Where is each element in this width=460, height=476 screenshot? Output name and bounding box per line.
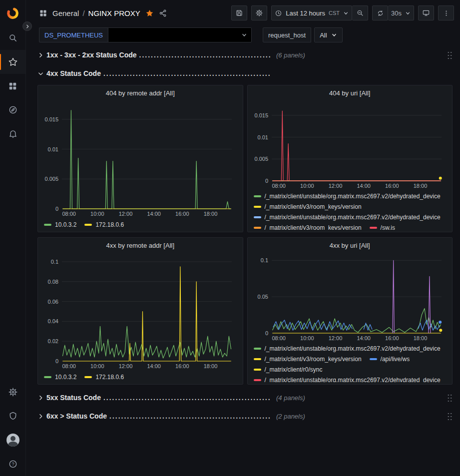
panel-title[interactable]: 404 by uri [All]	[252, 87, 449, 99]
refresh-button[interactable]	[372, 5, 388, 20]
row-title: 6xx > Status Code	[46, 412, 107, 420]
sidebar-expand-button[interactable]	[22, 21, 32, 31]
sidebar-item-server-admin[interactable]	[0, 404, 25, 428]
panel-404-by-uri: 404 by uri [All] 00.0050.010.01508:0010:…	[247, 85, 453, 232]
row-panel-count: (4 panels)	[276, 394, 305, 402]
series-label: /api/live/ws	[381, 356, 410, 363]
legend-item[interactable]: /_matrix/client/unstable/org.matrix.msc2…	[254, 375, 441, 382]
chevron-right-icon	[37, 395, 46, 401]
legend-item[interactable]: /_matrix/client/v3/room_keys/version	[254, 201, 362, 212]
sidebar-item-explore[interactable]	[0, 98, 25, 122]
panel-4xx-by-remote-addr: 4xx by remote addr [All] 00.020.040.060.…	[37, 237, 243, 385]
row-collapse-toggle[interactable]: 1xx - 3xx - 2xx Status Code.............…	[37, 51, 305, 59]
legend-item[interactable]: 10.0.3.2	[44, 219, 76, 230]
svg-text:0: 0	[265, 330, 268, 336]
svg-text:16:00: 16:00	[175, 211, 189, 217]
row-collapse-toggle[interactable]: 4xx Status Code.........................…	[37, 69, 276, 77]
refresh-interval-value: 30s	[391, 9, 402, 17]
row-drag-handle[interactable]	[447, 394, 453, 402]
chevron-down-icon	[241, 32, 247, 38]
breadcrumb-folder[interactable]: General	[52, 9, 79, 17]
svg-text:14:00: 14:00	[357, 335, 371, 341]
row-drag-handle[interactable]	[447, 51, 453, 59]
legend-item[interactable]: /_matrix/client/unstable/org.matrix.msc2…	[254, 191, 441, 201]
time-series-chart[interactable]: 00.0050.010.01508:0010:0012:0014:0016:00…	[252, 99, 449, 190]
sidebar-item-alerting[interactable]	[0, 122, 25, 146]
sidebar-item-help[interactable]: ?	[0, 452, 25, 476]
svg-text:0: 0	[55, 206, 58, 212]
share-icon[interactable]	[159, 9, 167, 17]
series-label: /_matrix/client/v3/room_keys/version	[265, 356, 362, 363]
row-panel-count: (2 panels)	[276, 413, 305, 420]
sidebar-item-starred[interactable]	[0, 50, 25, 74]
monitor-icon	[422, 9, 430, 17]
request-host-variable-label[interactable]: request_host	[263, 27, 311, 42]
row-title: 5xx Status Code	[46, 394, 101, 402]
grafana-logo[interactable]	[0, 0, 25, 26]
dashboard-title[interactable]: NGINX PROXY	[88, 9, 140, 17]
chevron-down-icon	[343, 10, 349, 16]
legend-item[interactable]: 172.18.0.6	[84, 219, 124, 230]
series-label: 10.0.3.2	[55, 221, 76, 228]
gear-icon	[8, 387, 18, 397]
series-color-swatch	[254, 206, 261, 208]
sidebar-item-profile[interactable]	[0, 428, 25, 452]
save-icon	[235, 9, 243, 17]
time-zone-label: CST	[329, 10, 340, 16]
series-color-swatch	[254, 379, 261, 381]
series-color-swatch	[370, 358, 377, 360]
svg-text:0.02: 0.02	[48, 338, 58, 344]
legend-item[interactable]: 172.18.0.6	[84, 372, 124, 382]
help-icon: ?	[8, 459, 18, 469]
tv-mode-button[interactable]	[418, 5, 434, 20]
save-dashboard-button[interactable]	[231, 5, 247, 20]
time-range-picker[interactable]: Last 12 hours CST	[271, 5, 352, 20]
dashboard-row-6xx: 6xx > Status Code.......................…	[37, 409, 453, 423]
favorite-star-icon[interactable]	[145, 9, 154, 17]
sidebar-item-search[interactable]	[0, 26, 25, 50]
dashboard-row-1xx-3xx-2xx: 1xx - 3xx - 2xx Status Code.............…	[37, 48, 453, 62]
legend-item[interactable]: /_matrix/client/v3/room_keys/version	[254, 354, 362, 364]
request-host-selected-value: All	[320, 31, 327, 39]
panel-title[interactable]: 404 by remote addr [All]	[42, 87, 239, 99]
zoom-out-button[interactable]	[352, 5, 368, 20]
series-color-swatch	[254, 358, 261, 360]
request-host-variable-value[interactable]: All	[314, 27, 342, 42]
datasource-variable-label[interactable]: DS_PROMETHEUS	[39, 27, 108, 42]
refresh-interval-dropdown[interactable]: 30s	[388, 5, 414, 20]
more-options-button[interactable]	[438, 5, 454, 20]
legend-item[interactable]: /sw.js	[370, 222, 395, 230]
legend-item[interactable]: /api/live/ws	[370, 354, 410, 364]
svg-text:12:00: 12:00	[119, 363, 133, 369]
sidebar-item-configuration[interactable]	[0, 380, 25, 404]
svg-text:14:00: 14:00	[147, 211, 161, 217]
panel-title[interactable]: 4xx by uri [All]	[252, 240, 449, 252]
series-label: 172.18.0.6	[95, 221, 124, 228]
user-avatar	[6, 434, 19, 447]
series-label: /_matrix/client/unstable/org.matrix.msc2…	[265, 377, 441, 383]
clock-icon	[275, 9, 282, 17]
legend-item[interactable]: 10.0.3.2	[44, 372, 76, 382]
sidebar-item-dashboards[interactable]	[0, 74, 25, 98]
legend-item[interactable]: /_matrix/client/unstable/org.matrix.msc2…	[254, 212, 441, 222]
zoom-out-icon	[356, 9, 364, 17]
legend-item[interactable]: /_matrix/client/v3/room_keys/version	[254, 222, 362, 230]
legend-item[interactable]: /_matrix/client/unstable/org.matrix.msc2…	[254, 343, 441, 354]
svg-text:0.06: 0.06	[48, 299, 58, 305]
chevron-down-icon	[37, 70, 46, 77]
dashboard-settings-button[interactable]	[251, 5, 267, 20]
panel-404-by-remote-addr: 404 by remote addr [All] 00.0050.010.015…	[37, 85, 243, 232]
svg-text:18:00: 18:00	[204, 363, 218, 369]
grafana-app: ? General / NGINX PROXY	[0, 0, 460, 476]
series-color-swatch	[370, 227, 377, 229]
panel-title[interactable]: 4xx by remote addr [All]	[42, 240, 239, 252]
time-series-chart[interactable]: 00.020.040.060.080.108:0010:0012:0014:00…	[42, 252, 239, 370]
row-collapse-toggle[interactable]: 5xx Status Code.........................…	[37, 394, 305, 402]
datasource-variable-value[interactable]	[108, 27, 252, 42]
time-series-chart[interactable]: 00.0050.010.01508:0010:0012:0014:0016:00…	[42, 99, 239, 218]
time-series-chart[interactable]: 00.050.108:0010:0012:0014:0016:0018:00	[252, 252, 449, 342]
apps-grid-icon[interactable]	[39, 9, 47, 17]
legend-item[interactable]: /_matrix/client/r0/sync	[254, 364, 323, 375]
row-collapse-toggle[interactable]: 6xx > Status Code.......................…	[37, 412, 305, 420]
row-drag-handle[interactable]	[447, 412, 453, 421]
